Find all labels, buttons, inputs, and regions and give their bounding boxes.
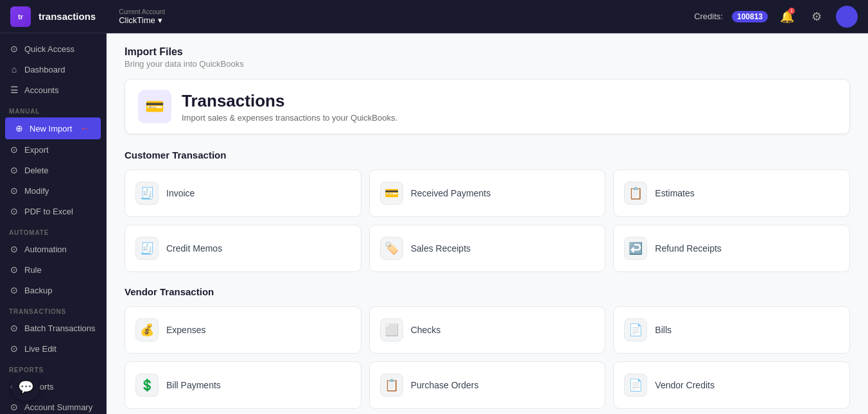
nav-icon: ⊙ [9,244,19,254]
sidebar: ⊙Quick Access⌂Dashboard☰AccountsMANUAL⊕N… [0,33,107,414]
notification-badge: 1 [788,8,795,14]
nav-icon: ⊙ [9,285,19,295]
card-estimates[interactable]: 📋 Estimates [613,169,850,217]
layout: ⊙Quick Access⌂Dashboard☰AccountsMANUAL⊕N… [0,33,868,414]
sidebar-item-automation[interactable]: ⊙Automation [0,239,106,259]
sidebar-item-label: Dashboard [24,65,65,74]
card-icon-box: 📋 [624,182,647,205]
card-icon-box: ⬜ [380,318,403,341]
settings-button[interactable]: ⚙ [806,6,827,27]
card-label: Expenses [166,325,205,335]
card-label: Bills [655,325,672,335]
sidebar-item-quick-access[interactable]: ⊙Quick Access [0,39,106,59]
card-refund-receipts[interactable]: ↩️ Refund Receipts [613,225,850,272]
card-icon-box: 💲 [135,374,159,397]
sidebar-item-new-import[interactable]: ⊕New Import← [5,117,101,139]
card-label: Vendor Credits [655,380,715,390]
vendor-section-title: Vendor Transaction [125,286,850,297]
sidebar-item-label: Accounts [24,85,58,95]
nav-icon: ⊙ [9,206,19,216]
topnav: tr transactions Current Account ClickTim… [0,0,868,33]
card-credit-memos[interactable]: 🧾 Credit Memos [125,225,361,272]
sidebar-item-pdf-to-excel[interactable]: ⊙PDF to Excel [0,201,106,221]
card-bills[interactable]: 📄 Bills [613,306,850,354]
page-title: Import Files [125,46,850,58]
card-icon-box: 📄 [624,374,647,397]
sidebar-item-label: PDF to Excel [24,207,73,216]
nav-icon: ⊙ [9,144,19,155]
card-invoice[interactable]: 🧾 Invoice [125,169,361,217]
card-icon: ↩️ [629,241,643,255]
gear-icon: ⚙ [812,10,822,24]
card-label: Bill Payments [166,380,221,390]
sidebar-item-label: Backup [24,286,52,295]
sidebar-item-modify[interactable]: ⊙Modify [0,180,106,201]
card-purchase-orders[interactable]: 📋 Purchase Orders [369,361,606,409]
sidebar-item-label: New Import [30,124,72,134]
card-icon: 🏷️ [385,241,399,255]
sidebar-item-batch-transactions[interactable]: ⊙Batch Transactions [0,318,106,338]
sidebar-item-rule[interactable]: ⊙Rule [0,259,106,280]
sidebar-item-account-summary[interactable]: ⊙Account Summary [0,397,106,414]
card-icon: 💳 [145,98,164,116]
card-icon: 📋 [385,378,399,392]
card-icon: 📋 [629,186,643,200]
chat-button[interactable]: 💬 [12,373,40,401]
nav-icon: ⊙ [9,185,19,196]
sidebar-item-label: Batch Transactions [24,323,96,333]
credits-badge: 100813 [732,11,768,22]
nav-icon: ⌂ [9,64,19,74]
account-label: Current Account [119,8,165,15]
card-label: Refund Receipts [655,243,722,254]
sidebar-item-live-edit[interactable]: ⊙Live Edit [0,338,106,359]
card-received-payments[interactable]: 💳 Received Payments [369,169,606,217]
sidebar-item-accounts[interactable]: ☰Accounts [0,80,106,100]
sidebar-item-backup[interactable]: ⊙Backup [0,280,106,300]
vendor-card-grid: 💰 Expenses ⬜ Checks 📄 Bills 💲 Bill Payme… [125,306,850,409]
card-label: Invoice [166,188,195,198]
sidebar-section-automate-section: AUTOMATE [0,221,106,239]
card-sales-receipts[interactable]: 🏷️ Sales Receipts [369,225,606,272]
card-checks[interactable]: ⬜ Checks [369,306,606,354]
sidebar-item-dashboard[interactable]: ⌂Dashboard [0,59,106,80]
credits-label: Credits: [694,12,723,21]
card-label: Purchase Orders [411,380,479,390]
card-icon-box: ↩️ [624,237,647,260]
card-icon: 📄 [629,323,643,337]
card-bill-payments[interactable]: 💲 Bill Payments [125,361,361,409]
sidebar-item-delete[interactable]: ⊙Delete [0,160,106,180]
user-avatar[interactable] [836,6,858,28]
hero-icon: 💳 [138,90,171,123]
card-label: Credit Memos [166,243,222,254]
nav-icon: ☰ [9,85,19,95]
hero-title: Transactions [182,91,397,111]
card-icon-box: 🧾 [135,237,159,260]
sidebar-item-label: Rule [24,265,42,275]
sidebar-item-export[interactable]: ⊙Export [0,139,106,160]
brand-name: transactions [39,11,96,22]
card-icon-box: 💰 [135,318,159,341]
sidebar-section-transactions-section: TRANSACTIONS [0,300,106,318]
card-icon-box: 🏷️ [380,237,403,260]
card-icon: 🧾 [140,186,154,200]
card-label: Sales Receipts [411,243,471,254]
sidebar-item-label: Quick Access [24,44,74,54]
chevron-down-icon: ▾ [158,15,162,25]
logo: tr [10,6,31,27]
sidebar-item-label: Live Edit [24,344,56,354]
card-icon: 💰 [140,323,154,337]
nav-icon: ⊙ [9,264,19,275]
active-arrow: ← [80,123,90,134]
notifications-button[interactable]: 🔔 1 [777,6,797,27]
account-switcher[interactable]: ClickTime ▾ [119,15,165,25]
sidebar-section-manual-section: MANUAL [0,100,106,117]
card-expenses[interactable]: 💰 Expenses [125,306,361,354]
card-icon: ⬜ [385,323,399,337]
account-section: Current Account ClickTime ▾ [119,8,165,25]
card-icon-box: 📄 [624,318,647,341]
card-icon: 💳 [385,186,399,200]
card-icon: 📄 [629,378,643,392]
card-vendor-credits[interactable]: 📄 Vendor Credits [613,361,850,409]
nav-icon: ⊙ [9,323,19,333]
sidebar-item-label: Modify [24,186,49,196]
